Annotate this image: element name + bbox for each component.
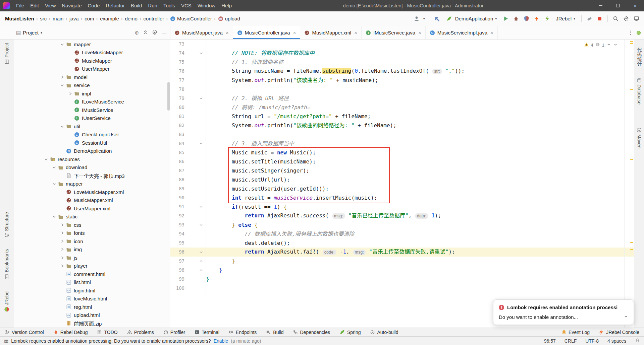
code-text[interactable]: if(result == 1) { — [206, 202, 634, 211]
menu-view[interactable]: View — [42, 0, 59, 11]
menu-navigate[interactable]: Navigate — [59, 0, 85, 11]
code-line[interactable]: 81 String url = "/music/get?path=" + fil… — [170, 112, 634, 121]
menu-code[interactable]: Code — [85, 0, 103, 11]
code-text[interactable]: // NOTE: 将数据保存在数据库中 — [206, 49, 634, 58]
chevron-down-icon[interactable] — [59, 43, 65, 46]
tree-row[interactable]: <>loveMusic.html — [13, 295, 170, 303]
build-project-button[interactable] — [433, 15, 441, 22]
chevron-down-icon[interactable] — [43, 157, 49, 161]
search-everywhere-button[interactable] — [612, 15, 619, 22]
chevron-down-icon[interactable] — [51, 165, 57, 169]
maximize-button[interactable] — [609, 0, 627, 11]
tree-row[interactable]: IIUserService — [13, 114, 170, 123]
breadcrumb-item[interactable]: src — [39, 15, 48, 22]
code-text[interactable]: // 2. 模拟 URL 路径 — [206, 94, 634, 103]
chevron-right-icon[interactable] — [59, 264, 65, 268]
code-text[interactable]: System.out.println("该歌曲的网络路径为: " + fileN… — [206, 121, 634, 130]
tool-button-version-control[interactable]: Version Control — [5, 330, 44, 335]
line-number[interactable]: 86 — [170, 157, 189, 166]
code-text[interactable]: // 前缀: /music/get?path= — [206, 103, 634, 112]
run-button[interactable] — [502, 15, 509, 22]
code-line[interactable]: 88 music.setUrl(url); — [170, 175, 634, 184]
notification-body[interactable]: Do you want to enable annotation... — [499, 314, 578, 320]
line-number[interactable]: 80 — [170, 103, 189, 112]
tree-row[interactable]: <>reg.html — [13, 303, 170, 311]
code-line[interactable]: 74 // NOTE: 将数据保存在数据库中 — [170, 49, 634, 58]
code-line[interactable]: 82 System.out.println("该歌曲的网络路径为: " + fi… — [170, 121, 634, 130]
code-line[interactable]: 73 — [170, 40, 634, 49]
code-text[interactable]: music.setUserid(user.getId()); — [206, 184, 634, 193]
fold-down-icon[interactable] — [189, 94, 206, 103]
code-text[interactable]: } — [206, 275, 634, 284]
lock-icon[interactable] — [635, 338, 640, 344]
tool-button-auto-build[interactable]: Auto-build — [370, 330, 398, 335]
code-line[interactable]: 76 String musicName = fileName.substring… — [170, 67, 634, 76]
line-number[interactable]: 81 — [170, 112, 189, 121]
breadcrumb-item[interactable]: MusicListen — [4, 15, 35, 22]
editor-tab[interactable]: IIMusicService.java× — [362, 26, 426, 39]
fold-down-icon[interactable] — [189, 202, 206, 211]
indent-widget[interactable]: 4 spaces — [607, 338, 626, 344]
menu-tools[interactable]: Tools — [160, 0, 178, 11]
code-line[interactable]: 94 // 数据库插入失败,服务器上的数据也要清除 — [170, 229, 634, 238]
breadcrumb-item[interactable]: demo — [124, 15, 139, 22]
code-line[interactable]: 96 return AjaxResult.fail( code: -1, msg… — [170, 248, 634, 257]
tree-row[interactable]: MusicMapper.xml — [13, 196, 170, 205]
tree-row[interactable]: UserMapper.xml — [13, 204, 170, 213]
tree-row[interactable]: 前端页面.zip — [13, 319, 170, 328]
line-number[interactable]: 98 — [170, 266, 189, 275]
line-number[interactable]: 82 — [170, 121, 189, 130]
menu-build[interactable]: Build — [128, 0, 145, 11]
tree-row[interactable]: 下一个天亮 - 郭顶.mp3 — [13, 171, 170, 180]
code-line[interactable]: 97 } — [170, 257, 634, 266]
line-number[interactable]: 99 — [170, 275, 189, 284]
tool-button-problems[interactable]: Problems — [127, 330, 154, 335]
tree-row[interactable]: service — [13, 81, 170, 90]
line-number[interactable]: 89 — [170, 184, 189, 193]
breadcrumb-item[interactable]: CMusicController — [169, 15, 213, 22]
line-number[interactable]: 92 — [170, 211, 189, 220]
encoding-widget[interactable]: UTF-8 — [585, 338, 599, 344]
menu-file[interactable]: File — [13, 0, 27, 11]
tool-button-spring[interactable]: Spring — [339, 329, 361, 335]
user-menu-button[interactable] — [413, 15, 420, 22]
line-separator-widget[interactable]: CRLF — [565, 338, 577, 344]
line-number[interactable]: 96 — [170, 248, 189, 257]
tool-button-dependencies[interactable]: Dependencies — [293, 330, 330, 335]
menu-vcs[interactable]: VCS — [178, 0, 195, 11]
tool-window-tab-bookmarks[interactable]: Bookmarks — [4, 249, 9, 279]
chevron-right-icon[interactable] — [59, 256, 65, 260]
close-tab-icon[interactable]: × — [354, 30, 357, 36]
eraser-button[interactable] — [586, 15, 593, 22]
jrebel-debug-button[interactable] — [543, 15, 551, 22]
breadcrumb-item[interactable]: main — [52, 15, 65, 22]
code-text[interactable]: } else { — [206, 220, 634, 229]
editor-tab[interactable]: CMusicServiceImpl.java× — [426, 26, 498, 39]
code-line[interactable]: 99} — [170, 275, 634, 284]
code-text[interactable]: music.setTitle(musicName); — [206, 157, 634, 166]
code-line[interactable]: 79 // 2. 模拟 URL 路径 — [170, 94, 634, 103]
tree-row[interactable]: CCheckLoginUser — [13, 131, 170, 139]
chevron-right-icon[interactable] — [67, 92, 73, 95]
tree-row[interactable]: mapper — [13, 180, 170, 188]
status-indicator-icon[interactable] — [637, 31, 641, 35]
menu-help[interactable]: Help — [218, 0, 235, 11]
fold-down-icon[interactable] — [189, 220, 206, 229]
editor-tab[interactable]: CMusicController.java× — [233, 26, 301, 39]
tree-row[interactable]: CDemoApplication — [13, 147, 170, 155]
panel-settings-button[interactable] — [152, 29, 158, 36]
close-tab-icon[interactable]: × — [418, 30, 421, 36]
code-text[interactable]: // 数据库插入失败,服务器上的数据也要清除 — [206, 229, 634, 238]
tree-row[interactable]: static — [13, 213, 170, 221]
stop-button[interactable] — [596, 15, 603, 22]
debug-button[interactable] — [512, 15, 520, 22]
tool-button-rebel-debug[interactable]: Rebel Debug — [53, 330, 88, 335]
scrollbar-thumb[interactable] — [167, 82, 170, 111]
tree-row[interactable]: resources — [13, 155, 170, 163]
notification-balloon[interactable]: ! Lombok requires enabled annotation pro… — [493, 299, 634, 325]
close-tab-icon[interactable]: × — [226, 30, 229, 36]
previous-issue-button[interactable] — [606, 42, 611, 48]
tree-row[interactable]: impl — [13, 89, 170, 98]
breadcrumb-item[interactable]: mupload — [217, 15, 241, 22]
close-tab-icon[interactable]: × — [490, 30, 493, 36]
